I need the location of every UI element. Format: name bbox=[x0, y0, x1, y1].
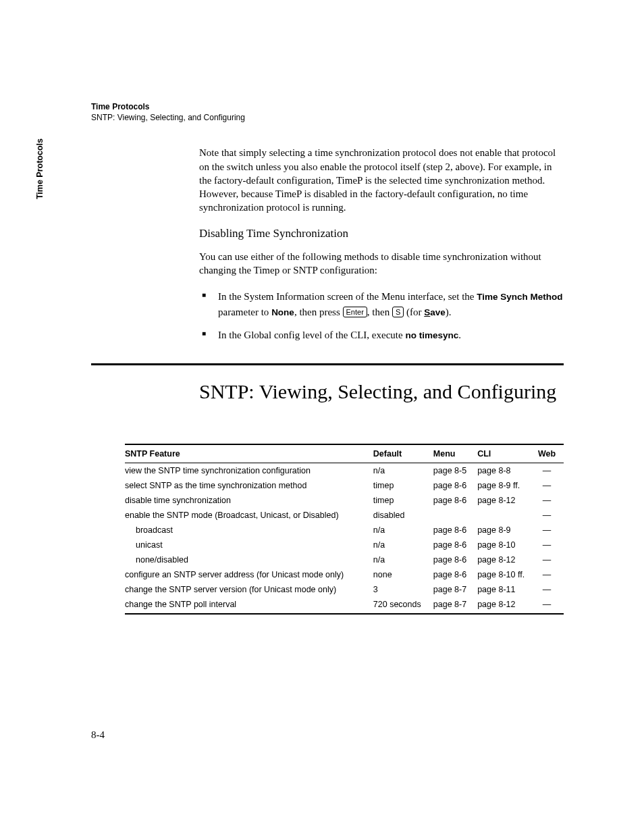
section-rule bbox=[91, 363, 564, 365]
text: . bbox=[458, 330, 461, 340]
cell-menu: page 8-6 bbox=[433, 493, 477, 508]
cell-default: timep bbox=[373, 478, 433, 493]
col-feature: SNTP Feature bbox=[125, 444, 373, 463]
table-row: enable the SNTP mode (Broadcast, Unicast… bbox=[125, 508, 564, 523]
cell-cli: page 8-8 bbox=[477, 463, 537, 479]
cell-cli: page 8-10 bbox=[477, 538, 537, 552]
cell-menu: page 8-6 bbox=[433, 538, 477, 552]
cell-default: n/a bbox=[373, 523, 433, 538]
text: , then press bbox=[294, 307, 343, 317]
cell-feature: configure an SNTP server address (for Un… bbox=[125, 567, 373, 582]
page-number: 8-4 bbox=[91, 729, 105, 741]
cell-menu: page 8-5 bbox=[433, 463, 477, 479]
cell-menu: page 8-6 bbox=[433, 552, 477, 567]
cell-web: — bbox=[537, 538, 564, 552]
cell-cli bbox=[477, 508, 537, 523]
cell-web: — bbox=[537, 582, 564, 597]
subheading: Disabling Time Synchronization bbox=[199, 227, 564, 240]
col-menu: Menu bbox=[433, 444, 477, 463]
cell-cli: page 8-9 bbox=[477, 523, 537, 538]
emph: Save bbox=[424, 307, 446, 317]
cell-default: n/a bbox=[373, 463, 433, 479]
emph: None bbox=[271, 307, 294, 317]
cell-feature: change the SNTP poll interval bbox=[125, 597, 373, 614]
bullet-list: In the System Information screen of the … bbox=[199, 289, 564, 343]
cell-default: n/a bbox=[373, 552, 433, 567]
bullet-item-2: In the Global config level of the CLI, e… bbox=[199, 328, 564, 343]
cell-feature: select SNTP as the time synchronization … bbox=[125, 478, 373, 493]
running-head-title: Time Protocols bbox=[91, 101, 564, 112]
text: , then bbox=[367, 307, 392, 317]
cell-web: — bbox=[537, 463, 564, 479]
cell-menu: page 8-6 bbox=[433, 523, 477, 538]
cell-feature: enable the SNTP mode (Broadcast, Unicast… bbox=[125, 508, 373, 523]
text: parameter to bbox=[218, 307, 271, 317]
cell-web: — bbox=[537, 523, 564, 538]
cell-menu: page 8-6 bbox=[433, 478, 477, 493]
table-row: select SNTP as the time synchronization … bbox=[125, 478, 564, 493]
cell-web: — bbox=[537, 567, 564, 582]
table-row: configure an SNTP server address (for Un… bbox=[125, 567, 564, 582]
cell-feature: view the SNTP time synchronization confi… bbox=[125, 463, 373, 479]
page-content: Time Protocols SNTP: Viewing, Selecting,… bbox=[91, 101, 564, 615]
cell-cli: page 8-10 ff. bbox=[477, 567, 537, 582]
keycap-s: S bbox=[392, 307, 404, 317]
table-row: change the SNTP server version (for Unic… bbox=[125, 582, 564, 597]
code: no timesync bbox=[405, 330, 458, 340]
col-default: Default bbox=[373, 444, 433, 463]
text: In the Global config level of the CLI, e… bbox=[218, 330, 405, 340]
cell-web: — bbox=[537, 597, 564, 614]
keycap-enter: Enter bbox=[343, 307, 367, 317]
cell-feature: broadcast bbox=[125, 523, 373, 538]
cell-web: — bbox=[537, 478, 564, 493]
text: In the System Information screen of the … bbox=[218, 291, 477, 302]
cell-default: disabled bbox=[373, 508, 433, 523]
running-head: Time Protocols SNTP: Viewing, Selecting,… bbox=[91, 101, 564, 123]
cell-menu: page 8-6 bbox=[433, 567, 477, 582]
cell-feature: disable time synchronization bbox=[125, 493, 373, 508]
cell-default: none bbox=[373, 567, 433, 582]
cell-feature: unicast bbox=[125, 538, 373, 552]
cell-cli: page 8-12 bbox=[477, 597, 537, 614]
cell-web: — bbox=[537, 493, 564, 508]
intro-paragraph: Note that simply selecting a time synchr… bbox=[199, 146, 564, 214]
table-row: broadcastn/apage 8-6page 8-9— bbox=[125, 523, 564, 538]
col-cli: CLI bbox=[477, 444, 537, 463]
section-title: SNTP: Viewing, Selecting, and Configurin… bbox=[199, 380, 564, 404]
text: (for bbox=[404, 307, 424, 317]
table-header-row: SNTP Feature Default Menu CLI Web bbox=[125, 444, 564, 463]
cell-feature: change the SNTP server version (for Unic… bbox=[125, 582, 373, 597]
cell-menu: page 8-7 bbox=[433, 597, 477, 614]
cell-web: — bbox=[537, 508, 564, 523]
cell-menu bbox=[433, 508, 477, 523]
cell-menu: page 8-7 bbox=[433, 582, 477, 597]
table-row: view the SNTP time synchronization confi… bbox=[125, 463, 564, 479]
cell-cli: page 8-12 bbox=[477, 552, 537, 567]
cell-default: 3 bbox=[373, 582, 433, 597]
cell-default: timep bbox=[373, 493, 433, 508]
table-row: disable time synchronizationtimeppage 8-… bbox=[125, 493, 564, 508]
emph: Time Synch Method bbox=[477, 292, 562, 302]
running-head-subtitle: SNTP: Viewing, Selecting, and Configurin… bbox=[91, 112, 564, 123]
side-tab: Time Protocols bbox=[35, 115, 45, 223]
disable-intro: You can use either of the following meth… bbox=[199, 250, 564, 278]
cell-cli: page 8-11 bbox=[477, 582, 537, 597]
sntp-feature-table: SNTP Feature Default Menu CLI Web view t… bbox=[125, 444, 564, 615]
bullet-item-1: In the System Information screen of the … bbox=[199, 289, 564, 319]
table-row: change the SNTP poll interval720 seconds… bbox=[125, 597, 564, 614]
cell-default: 720 seconds bbox=[373, 597, 433, 614]
cell-default: n/a bbox=[373, 538, 433, 552]
table-row: unicastn/apage 8-6page 8-10— bbox=[125, 538, 564, 552]
cell-cli: page 8-9 ff. bbox=[477, 478, 537, 493]
body-column: Note that simply selecting a time synchr… bbox=[199, 146, 564, 342]
table-row: none/disabledn/apage 8-6page 8-12— bbox=[125, 552, 564, 567]
cell-cli: page 8-12 bbox=[477, 493, 537, 508]
text: ). bbox=[446, 307, 452, 317]
cell-web: — bbox=[537, 552, 564, 567]
col-web: Web bbox=[537, 444, 564, 463]
cell-feature: none/disabled bbox=[125, 552, 373, 567]
